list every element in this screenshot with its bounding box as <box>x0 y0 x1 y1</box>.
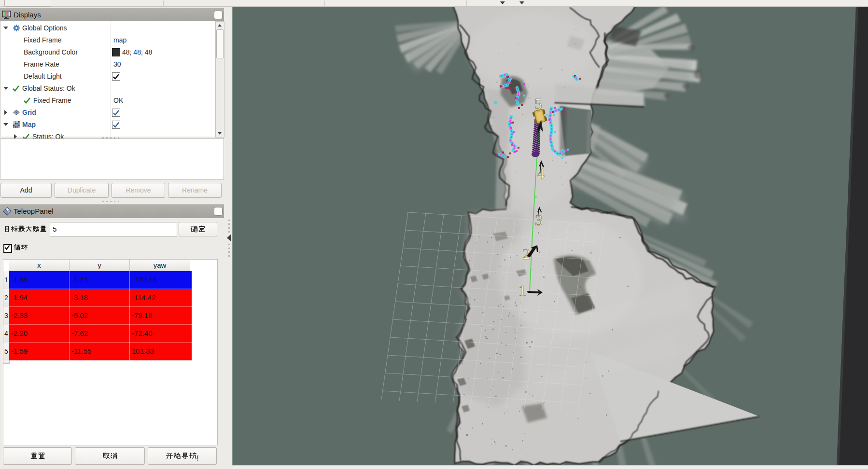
svg-text:5: 5 <box>534 95 542 112</box>
svg-text:1: 1 <box>518 282 526 299</box>
